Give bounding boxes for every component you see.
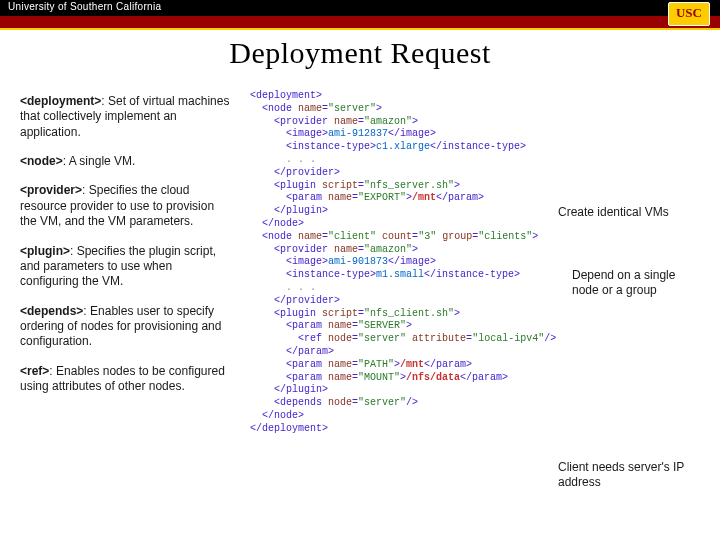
header-band-top: University of Southern California: [0, 0, 720, 16]
def-plugin: <plugin>: Specifies the plugin script, a…: [20, 244, 230, 290]
def-tag: <node>: [20, 154, 63, 168]
def-provider: <provider>: Specifies the cloud resource…: [20, 183, 230, 229]
annotation-client-ip: Client needs server's IP address: [558, 460, 706, 491]
annotation-create-identical: Create identical VMs: [558, 205, 669, 220]
slide-body: Deployment Request <deployment>: Set of …: [0, 30, 720, 540]
def-node: <node>: A single VM.: [20, 154, 230, 169]
header-bar: University of Southern California USC: [0, 0, 720, 28]
def-tag: <ref>: [20, 364, 49, 378]
def-deployment: <deployment>: Set of virtual machines th…: [20, 94, 230, 140]
def-tag: <provider>: [20, 183, 82, 197]
def-depends: <depends>: Enables user to specify order…: [20, 304, 230, 350]
def-text: : A single VM.: [63, 154, 136, 168]
def-tag: <plugin>: [20, 244, 70, 258]
definitions-column: <deployment>: Set of virtual machines th…: [20, 94, 230, 408]
xml-code-block: <deployment> <node name="server"> <provi…: [250, 90, 535, 436]
def-tag: <depends>: [20, 304, 83, 318]
usc-logo: USC: [668, 2, 710, 26]
def-ref: <ref>: Enables nodes to be configured us…: [20, 364, 230, 395]
annotation-depend: Depend on a single node or a group: [572, 268, 702, 299]
org-name: University of Southern California: [8, 1, 161, 12]
slide-title: Deployment Request: [0, 30, 720, 70]
def-tag: <deployment>: [20, 94, 101, 108]
def-text: : Enables nodes to be configured using a…: [20, 364, 225, 393]
